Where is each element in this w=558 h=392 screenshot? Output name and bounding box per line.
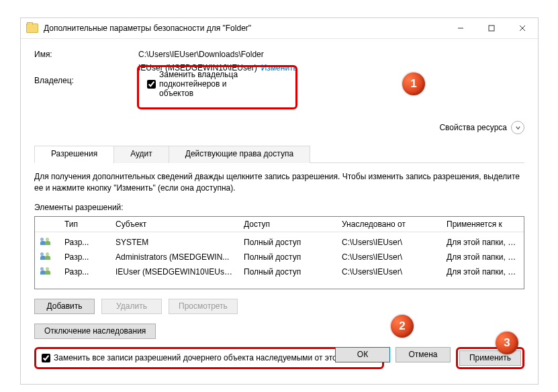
- table-row[interactable]: Разр...Administrators (MSEDGEWIN...Полны…: [35, 250, 524, 264]
- ok-button[interactable]: ОК: [335, 347, 390, 362]
- view-button[interactable]: Просмотреть: [169, 299, 238, 314]
- disable-inheritance-button[interactable]: Отключение наследования: [34, 324, 156, 339]
- close-button[interactable]: [507, 18, 538, 38]
- replace-owner-checkbox[interactable]: [147, 80, 156, 89]
- window-title: Дополнительные параметры безопасности дл…: [44, 23, 445, 33]
- hint-text: Для получения дополнительных сведений дв…: [34, 171, 524, 195]
- replace-child-label: Заменить все записи разрешений дочернего…: [54, 353, 377, 362]
- chevron-down-icon: [511, 121, 524, 134]
- col-access[interactable]: Доступ: [238, 217, 336, 232]
- col-type[interactable]: Тип: [59, 217, 110, 232]
- resource-properties[interactable]: Свойства ресурса: [439, 121, 524, 134]
- callout-badge-2: 2: [391, 315, 414, 338]
- permissions-list: Тип Субъект Доступ Унаследовано от Приме…: [34, 216, 524, 289]
- maximize-button[interactable]: [476, 18, 507, 38]
- cancel-button[interactable]: Отмена: [396, 347, 451, 362]
- name-label: Имя:: [34, 50, 138, 59]
- col-subject[interactable]: Субъект: [110, 217, 238, 232]
- folder-icon: [26, 23, 38, 33]
- resource-properties-label: Свойства ресурса: [439, 123, 507, 132]
- name-value: C:\Users\IEUser\Downloads\Folder: [138, 50, 264, 59]
- tab-permissions[interactable]: Разрешения: [34, 146, 114, 163]
- highlight-1: Заменить владельца подконтейнеров и объе…: [137, 65, 297, 109]
- replace-owner-label: Заменить владельца подконтейнеров и объе…: [159, 70, 255, 98]
- tab-audit[interactable]: Аудит: [113, 146, 169, 163]
- permissions-heading: Элементы разрешений:: [34, 203, 524, 212]
- table-row[interactable]: Разр...IEUser (MSEDGEWIN10\IEUser)Полный…: [35, 264, 524, 279]
- col-applies[interactable]: Применяется к: [441, 217, 524, 232]
- minimize-button[interactable]: [445, 18, 476, 38]
- highlight-2: Заменить все записи разрешений дочернего…: [34, 347, 384, 369]
- add-button[interactable]: Добавить: [34, 299, 95, 314]
- table-row[interactable]: Разр...SYSTEMПолный доступC:\Users\IEUse…: [35, 235, 524, 250]
- list-header: Тип Субъект Доступ Унаследовано от Приме…: [35, 217, 524, 232]
- remove-button[interactable]: Удалить: [101, 299, 162, 314]
- callout-badge-1: 1: [402, 72, 425, 95]
- titlebar: Дополнительные параметры безопасности дл…: [21, 18, 538, 39]
- tab-effective[interactable]: Действующие права доступа: [169, 146, 310, 163]
- security-dialog: Дополнительные параметры безопасности дл…: [20, 17, 539, 385]
- col-inherited[interactable]: Унаследовано от: [336, 217, 441, 232]
- tabs: Разрешения Аудит Действующие права досту…: [34, 145, 524, 163]
- callout-badge-3: 3: [496, 332, 518, 354]
- replace-child-checkbox[interactable]: [42, 354, 50, 362]
- svg-rect-1: [489, 26, 494, 31]
- owner-label: Владелец:: [34, 76, 138, 85]
